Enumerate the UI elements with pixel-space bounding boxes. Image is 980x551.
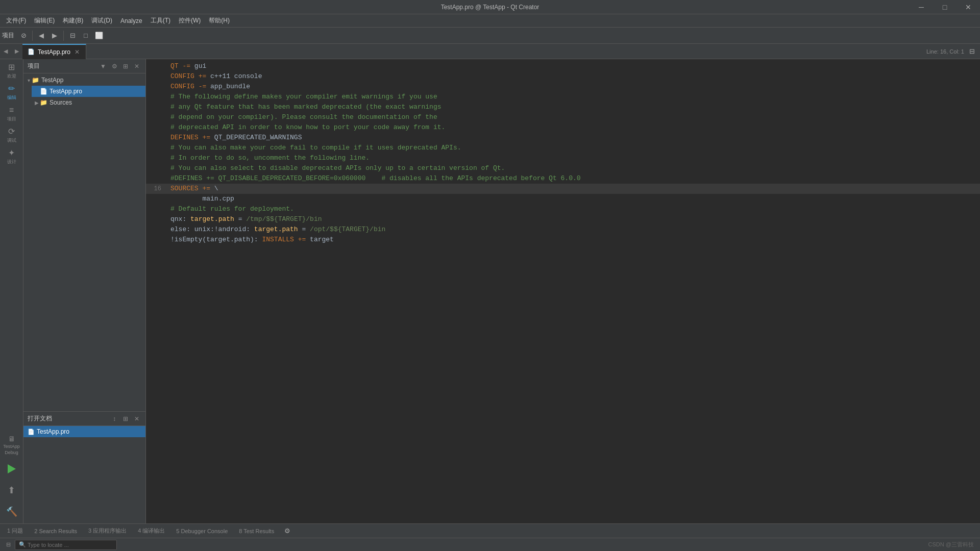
- open-docs-sort-button[interactable]: ↕: [110, 414, 119, 423]
- window-controls: ─ □ ✕: [910, 0, 980, 14]
- debug-icon: ⟳: [8, 127, 15, 136]
- main-content: ⊞ 欢迎 ✏ 编辑 ≡ 项目 ⟳ 调试 ✦ 设计 🖥 TestApp Debug: [0, 59, 980, 523]
- line-col-indicator: Line: 16, Col: 1: [926, 48, 964, 55]
- status-bar: ⊟ 🔍 CSDN @三雷科技: [0, 538, 980, 551]
- bottom-tab-search-num: 2: [34, 528, 39, 534]
- project-close-button[interactable]: ✕: [132, 62, 141, 71]
- tab-close-button[interactable]: ✕: [74, 48, 81, 56]
- project-panel: 项目 ▼ ⚙ ⊞ ✕ ▾ 📁 TestApp ▸ 📄 TestApp.pro: [23, 59, 146, 411]
- code-line-10: DEFINES += QT_DEPRECATED_WARNINGS: [146, 133, 980, 143]
- tree-item-testapp-pro[interactable]: ▸ 📄 TestApp.pro: [32, 86, 145, 97]
- tab-name: TestApp.pro: [38, 48, 70, 56]
- bottom-tab-issues[interactable]: 1 问题: [2, 525, 28, 537]
- code-line-13: # In order to do so, uncomment the follo…: [146, 153, 980, 163]
- code-line-12: # You can also make your code fail to co…: [146, 143, 980, 153]
- open-doc-icon: 📄: [28, 429, 35, 435]
- open-docs-header: 打开文档 ↕ ⊞ ✕: [23, 412, 145, 426]
- bottom-tab-debugger[interactable]: 5 Debugger Console: [171, 525, 233, 537]
- activity-design[interactable]: ✦ 设计: [2, 147, 21, 166]
- hammer-button[interactable]: 🔨: [2, 502, 21, 521]
- bottom-tab-debugger-num: 5: [176, 528, 181, 534]
- tab-nav-left[interactable]: ◀: [0, 44, 11, 59]
- menu-build[interactable]: 构建(B): [59, 15, 87, 26]
- tree-pro-label: TestApp.pro: [50, 88, 82, 95]
- tree-sources-label: Sources: [50, 99, 72, 106]
- tab-file-icon: 📄: [28, 48, 35, 55]
- tab-split-button[interactable]: ⊟: [966, 45, 978, 58]
- editor-area: QT -= gui CONFIG += c++11 console CONFIG…: [146, 59, 980, 523]
- activity-welcome[interactable]: ⊞ 欢迎: [2, 61, 21, 81]
- bottom-tab-issues-label: 问题: [12, 528, 23, 534]
- tree-root-testapp[interactable]: ▾ 📁 TestApp: [23, 74, 145, 86]
- bottom-tab-appoutput-num: 3: [88, 528, 93, 534]
- maximize-button[interactable]: □: [933, 0, 957, 14]
- run-button[interactable]: [2, 459, 21, 479]
- tab-nav-right[interactable]: ▶: [11, 44, 22, 59]
- code-line-20: qnx: target.path = /tmp/$${TARGET}/bin: [146, 214, 980, 224]
- deploy-icon: ⬆: [8, 485, 15, 496]
- code-line-6: # The following define makes your compil…: [146, 92, 980, 102]
- bottom-status-right: CSDN @三雷科技: [928, 541, 978, 548]
- code-line-16: 16 SOURCES += \: [146, 184, 980, 194]
- device-label: TestApp: [3, 444, 20, 449]
- bottom-tab-compile[interactable]: 4 编译输出: [133, 525, 170, 537]
- code-line-7: # any Qt feature that has been marked de…: [146, 102, 980, 112]
- menu-tools[interactable]: 工具(T): [146, 15, 175, 26]
- menu-bar: 文件(F) 编辑(E) 构建(B) 调试(D) Analyze 工具(T) 控件…: [0, 14, 980, 28]
- deploy-button[interactable]: ⬆: [2, 481, 21, 500]
- bottom-tab-search-label: Search Results: [39, 528, 77, 534]
- activity-projects[interactable]: ≡ 项目: [2, 104, 21, 123]
- toolbar-split-button[interactable]: ⊟: [66, 30, 79, 42]
- status-search-input[interactable]: [15, 540, 117, 550]
- open-docs-expand-button[interactable]: ⊞: [121, 414, 130, 423]
- activity-edit[interactable]: ✏ 编辑: [2, 83, 21, 102]
- menu-controls[interactable]: 控件(W): [175, 15, 205, 26]
- open-docs-close-button[interactable]: ✕: [132, 414, 141, 423]
- bottom-tab-appoutput[interactable]: 3 应用程序输出: [83, 525, 132, 537]
- status-messages-button[interactable]: ⊟: [2, 538, 15, 552]
- bottom-tab-search[interactable]: 2 Search Results: [29, 525, 82, 537]
- line-content-1: QT -= gui: [166, 61, 206, 71]
- code-line-3: CONFIG += c++11 console: [146, 71, 980, 82]
- tree-item-sources[interactable]: ▶ 📁 Sources: [32, 97, 145, 108]
- project-filter-button[interactable]: ▼: [99, 62, 108, 71]
- toolbar-project-label: 项目: [2, 31, 14, 40]
- toolbar-forward-button[interactable]: ▶: [48, 30, 61, 42]
- toolbar-close-button[interactable]: □: [80, 30, 92, 42]
- bottom-tab-testresults[interactable]: 8 Test Results: [234, 525, 279, 537]
- toolbar-back-button[interactable]: ◀: [35, 30, 47, 42]
- bottom-tab-testresults-label: Test Results: [243, 528, 274, 534]
- bottom-tab-debugger-label: Debugger Console: [181, 528, 228, 534]
- activity-debug[interactable]: ⟳ 调试: [2, 126, 21, 145]
- bottom-tab-testresults-num: 8: [239, 528, 243, 534]
- tab-testapp-pro[interactable]: 📄 TestApp.pro ✕: [22, 44, 86, 59]
- code-editor[interactable]: QT -= gui CONFIG += c++11 console CONFIG…: [146, 59, 980, 523]
- bottom-tabs: 1 问题 2 Search Results 3 应用程序输出 4 编译输出 5 …: [0, 523, 980, 538]
- open-docs-list: 📄 TestApp.pro: [23, 426, 145, 437]
- code-line-22: !isEmpty(target.path): INSTALLS += targe…: [146, 235, 980, 245]
- menu-help[interactable]: 帮助(H): [205, 15, 234, 26]
- toolbar-fullscreen-button[interactable]: ⬜: [93, 30, 105, 42]
- toolbar-separator-1: [32, 31, 33, 41]
- activity-debug2[interactable]: 🖥 TestApp Debug: [2, 433, 21, 457]
- code-line-15: #DEFINES += QT_DISABLE_DEPRECATED_BEFORE…: [146, 173, 980, 184]
- menu-analyze[interactable]: Analyze: [116, 16, 146, 26]
- menu-file[interactable]: 文件(F): [2, 15, 30, 26]
- menu-debug[interactable]: 调试(D): [87, 15, 116, 26]
- minimize-button[interactable]: ─: [910, 0, 933, 14]
- code-line-17: main.cpp: [146, 194, 980, 204]
- toolbar-filter-button[interactable]: ⊘: [17, 30, 30, 42]
- open-doc-name: TestApp.pro: [37, 428, 69, 435]
- window-title: TestApp.pro @ TestApp - Qt Creator: [441, 4, 540, 11]
- open-doc-testapp-pro[interactable]: 📄 TestApp.pro: [23, 426, 145, 437]
- menu-edit[interactable]: 编辑(E): [30, 15, 59, 26]
- project-settings-button[interactable]: ⚙: [110, 62, 119, 71]
- projects-label: 项目: [7, 116, 16, 122]
- watermark: CSDN @三雷科技: [928, 541, 974, 547]
- welcome-label: 欢迎: [7, 73, 16, 80]
- project-expand-button[interactable]: ⊞: [121, 62, 130, 71]
- tab-bar: ◀ ▶ 📄 TestApp.pro ✕ Line: 16, Col: 1 ⊟: [0, 44, 980, 59]
- left-sidebar: 项目 ▼ ⚙ ⊞ ✕ ▾ 📁 TestApp ▸ 📄 TestApp.pro: [23, 59, 146, 523]
- bottom-tabs-settings-button[interactable]: ⚙: [281, 525, 293, 537]
- close-button[interactable]: ✕: [957, 0, 980, 14]
